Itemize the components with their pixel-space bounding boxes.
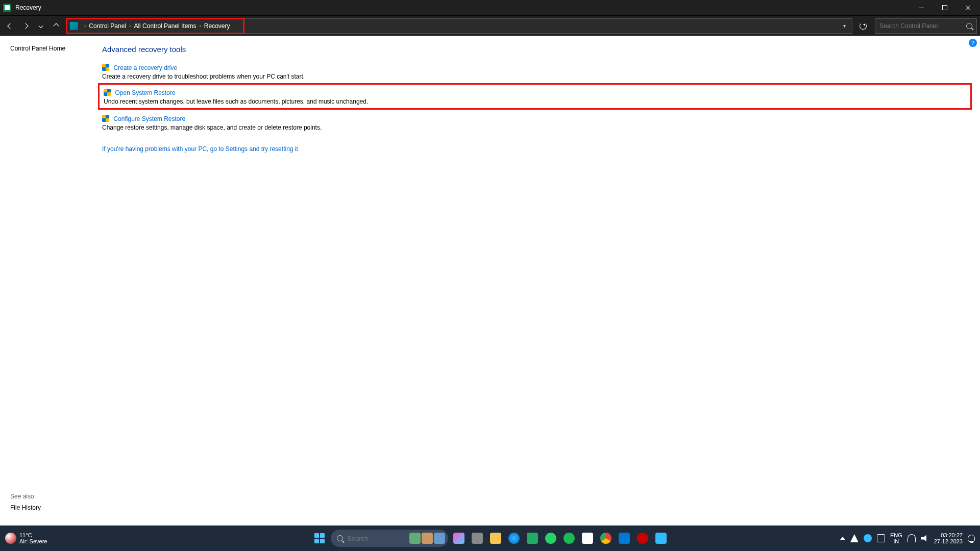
taskbar: 11°C Air: Severe [0, 525, 980, 551]
weather-widget[interactable]: 11°C Air: Severe [5, 532, 47, 544]
minimize-icon [919, 8, 924, 8]
navbar: Control Panel All Control Panel Items Re… [0, 15, 980, 36]
shield-icon [102, 115, 109, 122]
window-title: Recovery [15, 4, 41, 11]
back-icon [7, 23, 13, 29]
app-icon [3, 4, 11, 12]
search-input[interactable] [879, 22, 966, 30]
weather-state: Air: Severe [19, 538, 47, 544]
clock-date: 27-12-2023 [934, 538, 963, 544]
volume-icon[interactable] [921, 534, 929, 542]
tool-desc: Undo recent system changes, but leave fi… [104, 98, 966, 105]
refresh-button[interactable] [855, 18, 871, 34]
keyboard-icon[interactable] [877, 534, 885, 542]
create-recovery-drive-link[interactable]: Create a recovery drive [113, 64, 177, 71]
content-area: ? Control Panel Home See also File Histo… [0, 36, 980, 525]
start-button[interactable] [311, 530, 328, 546]
open-system-restore-link[interactable]: Open System Restore [115, 89, 175, 96]
weather-icon [5, 533, 16, 544]
taskbar-app-explorer[interactable] [488, 531, 503, 546]
clock[interactable]: 03:20:27 27-12-2023 [934, 532, 963, 544]
breadcrumb-sep [129, 23, 131, 29]
lang-top: ENG [890, 532, 902, 538]
taskbar-right: ENG IN 03:20:27 27-12-2023 [840, 532, 975, 544]
see-also-header: See also [10, 493, 41, 500]
search-chip-icon [434, 533, 445, 544]
taskbar-app-vscode[interactable] [617, 531, 632, 546]
tool-create-recovery-drive: Create a recovery drive Create a recover… [102, 63, 968, 80]
breadcrumb-item[interactable]: Control Panel [89, 22, 126, 30]
tray-icon[interactable] [850, 534, 859, 542]
taskbar-search[interactable] [331, 530, 448, 547]
up-icon [53, 23, 59, 29]
search-chip-icon [409, 533, 421, 544]
shield-icon [104, 89, 111, 96]
address-bar[interactable]: Control Panel All Control Panel Items Re… [66, 18, 852, 34]
tool-open-system-restore: Open System Restore Undo recent system c… [98, 83, 972, 110]
forward-icon [22, 23, 28, 29]
chevron-down-icon [39, 23, 43, 28]
breadcrumb-item[interactable]: All Control Panel Items [134, 22, 196, 30]
search-icon [966, 23, 972, 29]
taskbar-app-taskview[interactable] [470, 531, 485, 546]
address-dropdown[interactable]: ▾ [843, 23, 846, 29]
tool-desc: Change restore settings, manage disk spa… [102, 124, 968, 131]
search-suggestions [409, 533, 445, 544]
taskbar-app-control-panel[interactable] [653, 531, 669, 546]
taskbar-app-whatsapp[interactable] [543, 531, 558, 546]
reset-pc-settings-link[interactable]: If you're having problems with your PC, … [102, 145, 298, 153]
forward-button[interactable] [18, 19, 33, 33]
search-box[interactable] [875, 18, 977, 34]
weather-temp: 11°C [19, 532, 47, 538]
notifications-icon[interactable] [968, 535, 975, 542]
titlebar: Recovery [0, 0, 980, 15]
minimize-button[interactable] [910, 0, 933, 15]
taskbar-app-generic1[interactable] [635, 531, 650, 546]
breadcrumb-item[interactable]: Recovery [204, 22, 230, 30]
taskbar-app-chrome[interactable] [598, 531, 614, 546]
tool-configure-system-restore: Configure System Restore Change restore … [102, 114, 968, 131]
clock-time: 03:20:27 [934, 532, 963, 538]
refresh-icon [860, 22, 867, 30]
language-indicator[interactable]: ENG IN [890, 532, 902, 544]
taskbar-app-spotify[interactable] [561, 531, 577, 546]
see-also: See also File History [10, 493, 41, 516]
control-panel-home-link[interactable]: Control Panel Home [10, 45, 92, 52]
lang-bot: IN [890, 538, 902, 544]
up-button[interactable] [49, 19, 63, 33]
taskbar-center [311, 530, 669, 547]
maximize-button[interactable] [933, 0, 957, 15]
shield-icon [102, 64, 109, 71]
breadcrumb-sep [199, 23, 201, 29]
configure-system-restore-link[interactable]: Configure System Restore [113, 115, 185, 122]
taskbar-app-slack[interactable] [580, 531, 595, 546]
recent-button[interactable] [34, 19, 48, 33]
onedrive-icon[interactable] [864, 534, 872, 542]
taskbar-app-store[interactable] [525, 531, 540, 546]
main-pane: Advanced recovery tools Create a recover… [102, 36, 980, 525]
close-button[interactable] [957, 0, 980, 15]
tool-desc: Create a recovery drive to troubleshoot … [102, 73, 968, 80]
taskbar-app-copilot[interactable] [451, 531, 467, 546]
page-heading: Advanced recovery tools [102, 45, 968, 54]
sidebar: Control Panel Home See also File History [0, 36, 102, 525]
maximize-icon [942, 5, 947, 10]
breadcrumb-sep [84, 23, 86, 29]
wifi-icon[interactable] [908, 534, 916, 542]
file-history-link[interactable]: File History [10, 504, 41, 511]
tray-overflow-button[interactable] [840, 537, 845, 540]
search-icon [337, 535, 343, 541]
taskbar-app-edge[interactable] [506, 531, 522, 546]
control-panel-icon [70, 22, 78, 30]
close-icon [965, 5, 971, 11]
back-button[interactable] [3, 19, 17, 33]
search-chip-icon [422, 533, 433, 544]
